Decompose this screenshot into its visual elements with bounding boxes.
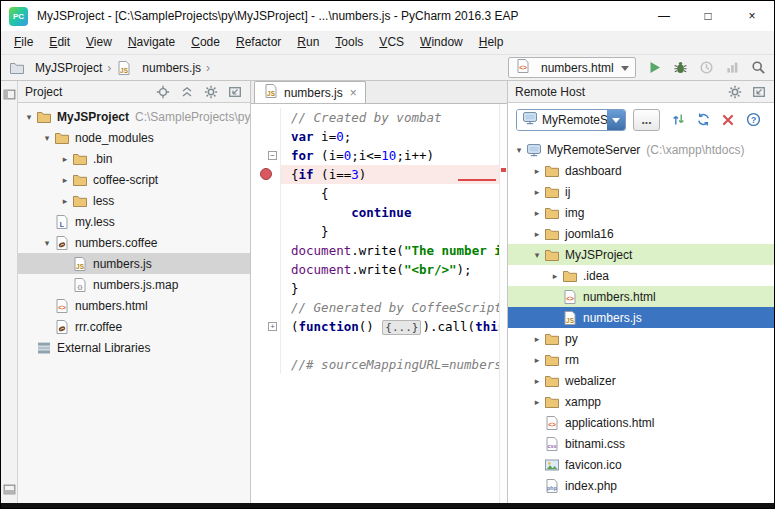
fold-marker-icon[interactable]: + <box>268 322 277 331</box>
expand-arrow-icon[interactable]: ▸ <box>548 271 562 281</box>
code-line[interactable]: document.write("<br/>"); <box>251 260 499 279</box>
tree-row[interactable]: ▸less <box>18 190 250 211</box>
menu-item-file[interactable]: File <box>6 33 41 52</box>
expand-arrow-icon[interactable]: ▸ <box>530 187 544 197</box>
expand-arrow-icon[interactable]: ▸ <box>530 376 544 386</box>
breadcrumb-item[interactable]: JSnumbers.js <box>116 60 201 76</box>
coverage-icon[interactable] <box>698 60 714 76</box>
tree-row[interactable]: ▾numbers.coffee <box>18 232 250 253</box>
tree-row[interactable]: ▸.bin <box>18 148 250 169</box>
expand-arrow-icon[interactable]: ▸ <box>530 355 544 365</box>
hide-icon[interactable] <box>227 84 243 100</box>
toolwindow-switcher-button[interactable] <box>3 483 16 496</box>
error-stripe[interactable] <box>499 104 507 503</box>
code-line[interactable]: //# sourceMappingURL=numbers.js <box>251 355 499 374</box>
tree-row[interactable]: JSnumbers.js <box>508 307 774 328</box>
close-button[interactable]: × <box>730 1 774 31</box>
menu-item-code[interactable]: Code <box>183 33 228 52</box>
code-line[interactable]: document.write("The number is " <box>251 241 499 260</box>
title-bar[interactable]: PC MyJSProject - [C:\SampleProjects\py\M… <box>1 1 774 31</box>
collapse-arrow-icon[interactable]: ▾ <box>512 145 526 155</box>
gear-icon[interactable] <box>727 84 743 100</box>
profiler-icon[interactable] <box>724 60 740 76</box>
run-config-select[interactable]: <> numbers.html <box>508 57 636 78</box>
collapse-arrow-icon[interactable]: ▾ <box>22 112 36 122</box>
gutter-cell[interactable] <box>251 222 281 241</box>
code-line[interactable]: var i=0; <box>251 127 499 146</box>
gutter-cell[interactable] <box>251 165 281 184</box>
tree-row[interactable]: ▸py <box>508 328 774 349</box>
help-icon[interactable]: ? <box>745 112 761 128</box>
project-stripe-button[interactable] <box>3 88 16 101</box>
tree-row[interactable]: ▾MyJSProject <box>508 244 774 265</box>
cancel-icon[interactable] <box>720 112 736 128</box>
tree-row[interactable]: ▾MyJSProjectC:\SampleProjects\py\M <box>18 106 250 127</box>
tree-row[interactable]: ▸rm <box>508 349 774 370</box>
tree-row[interactable]: <>numbers.html <box>508 286 774 307</box>
code-line[interactable]: // Generated by CoffeeScript 1. <box>251 298 499 317</box>
tab-close-icon[interactable]: × <box>350 86 357 100</box>
transfer-icon[interactable] <box>670 112 686 128</box>
tree-row[interactable]: <>applications.html <box>508 412 774 433</box>
gutter-cell[interactable] <box>251 184 281 203</box>
code-line[interactable]: { <box>251 184 499 203</box>
tree-row[interactable]: ▸.idea <box>508 265 774 286</box>
code-line[interactable]: } <box>251 222 499 241</box>
expand-arrow-icon[interactable]: ▸ <box>530 166 544 176</box>
gutter-cell[interactable] <box>251 241 281 260</box>
menu-item-edit[interactable]: Edit <box>41 33 78 52</box>
tree-row[interactable]: rrr.coffee <box>18 316 250 337</box>
collapse-arrow-icon[interactable]: ▾ <box>530 250 544 260</box>
expand-arrow-icon[interactable]: ▸ <box>58 175 72 185</box>
fold-marker-icon[interactable]: − <box>268 151 277 160</box>
expand-arrow-icon[interactable]: ▸ <box>530 334 544 344</box>
menu-item-refactor[interactable]: Refactor <box>228 33 289 52</box>
code-line[interactable]: −for (i=0;i<=10;i++) <box>251 146 499 165</box>
tree-row[interactable]: favicon.ico <box>508 454 774 475</box>
code-line[interactable]: // Created by vombat <box>251 108 499 127</box>
tree-row[interactable]: {}numbers.js.map <box>18 274 250 295</box>
tree-row[interactable]: JSnumbers.js <box>18 253 250 274</box>
code-line[interactable]: } <box>251 279 499 298</box>
browse-servers-button[interactable]: ... <box>633 109 660 131</box>
maximize-button[interactable]: □ <box>686 1 730 31</box>
collapse-arrow-icon[interactable]: ▾ <box>40 133 54 143</box>
server-select[interactable]: MyRemoteS <box>516 109 626 131</box>
code-editor[interactable]: // Created by vombatvar i=0;−for (i=0;i<… <box>251 104 507 503</box>
tree-row[interactable]: External Libraries <box>18 337 250 358</box>
code-line[interactable]: continue <box>251 203 499 222</box>
breakpoint-icon[interactable] <box>260 168 272 180</box>
tree-row[interactable]: ▸dashboard <box>508 160 774 181</box>
code-lines[interactable]: // Created by vombatvar i=0;−for (i=0;i<… <box>251 104 499 503</box>
collapse-arrow-icon[interactable]: ▾ <box>40 238 54 248</box>
menu-item-tools[interactable]: Tools <box>327 33 371 52</box>
gutter-cell[interactable]: + <box>251 317 281 336</box>
server-select-arrow[interactable] <box>607 110 625 130</box>
code-line[interactable]: +(function() {...}).call(this); <box>251 317 499 336</box>
gutter-cell[interactable] <box>251 127 281 146</box>
menu-item-run[interactable]: Run <box>289 33 327 52</box>
tree-row[interactable]: ▸coffee-script <box>18 169 250 190</box>
tree-row[interactable]: ▾node_modules <box>18 127 250 148</box>
expand-arrow-icon[interactable]: ▸ <box>530 229 544 239</box>
tree-row[interactable]: ▸ij <box>508 181 774 202</box>
expand-arrow-icon[interactable]: ▸ <box>58 196 72 206</box>
tree-row[interactable]: ▸webalizer <box>508 370 774 391</box>
menu-item-view[interactable]: View <box>78 33 120 52</box>
expand-arrow-icon[interactable]: ▸ <box>530 208 544 218</box>
error-stripe-mark[interactable] <box>501 168 506 172</box>
gutter-cell[interactable] <box>251 260 281 279</box>
hide-icon[interactable] <box>751 84 767 100</box>
gutter-cell[interactable]: − <box>251 146 281 165</box>
sync-icon[interactable] <box>695 112 711 128</box>
expand-arrow-icon[interactable]: ▸ <box>530 397 544 407</box>
tree-row[interactable]: ▸xampp <box>508 391 774 412</box>
collapse-all-icon[interactable] <box>179 84 195 100</box>
tab-numbers-js[interactable]: JS numbers.js × <box>254 81 366 103</box>
code-line[interactable]: {if (i==3) <box>251 165 499 184</box>
breadcrumb-item[interactable]: MyJSProject <box>9 60 102 76</box>
tree-row[interactable]: cssbitnami.css <box>508 433 774 454</box>
run-icon[interactable] <box>646 60 662 76</box>
gutter-cell[interactable] <box>251 336 281 355</box>
expand-arrow-icon[interactable]: ▸ <box>58 154 72 164</box>
